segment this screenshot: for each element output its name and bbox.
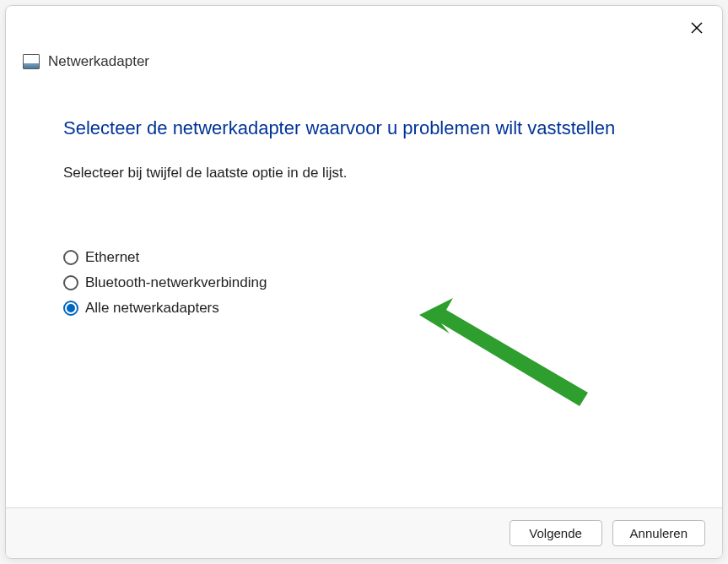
instruction-text: Selecteer bij twijfel de laatste optie i… <box>63 165 665 182</box>
dialog-title: Netwerkadapter <box>48 53 149 70</box>
close-button[interactable] <box>687 18 707 38</box>
network-adapter-icon <box>23 54 40 69</box>
radio-option-bluetooth[interactable]: Bluetooth-netwerkverbinding <box>63 274 665 291</box>
radio-label: Bluetooth-netwerkverbinding <box>85 274 267 291</box>
troubleshooter-dialog: Netwerkadapter Selecteer de netwerkadapt… <box>5 5 723 559</box>
main-heading: Selecteer de netwerkadapter waarvoor u p… <box>63 117 665 139</box>
radio-icon <box>63 250 78 265</box>
next-button[interactable]: Volgende <box>510 520 602 546</box>
cancel-button[interactable]: Annuleren <box>612 520 705 546</box>
radio-icon <box>63 301 78 316</box>
radio-option-ethernet[interactable]: Ethernet <box>63 249 665 266</box>
radio-label: Alle netwerkadapters <box>85 300 219 317</box>
radio-icon <box>63 275 78 290</box>
radio-label: Ethernet <box>85 249 139 266</box>
dialog-footer: Volgende Annuleren <box>6 507 722 558</box>
dialog-content: Selecteer de netwerkadapter waarvoor u p… <box>6 70 722 507</box>
close-icon <box>690 21 704 35</box>
radio-option-all-adapters[interactable]: Alle netwerkadapters <box>63 300 665 317</box>
adapter-radio-group: Ethernet Bluetooth-netwerkverbinding All… <box>63 249 665 317</box>
dialog-header: Netwerkadapter <box>6 6 722 70</box>
